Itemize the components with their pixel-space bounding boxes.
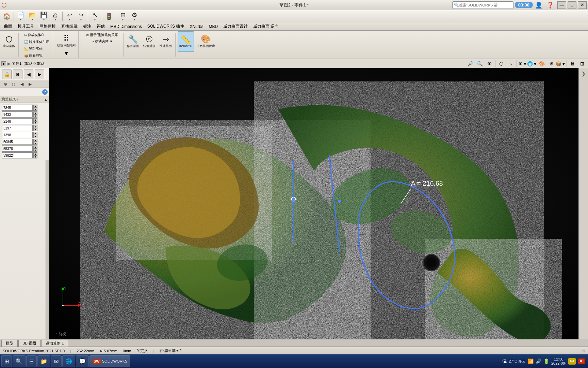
expand-panel-btn[interactable]: ⊞ bbox=[578, 60, 587, 68]
move-solid-btn[interactable]: ↔ 移动实体 ▼ bbox=[89, 38, 114, 44]
param-input-4[interactable] bbox=[2, 132, 33, 138]
hide-show-btn[interactable]: 👁▼ bbox=[518, 60, 527, 68]
spin-down-5[interactable]: ▼ bbox=[33, 142, 37, 145]
param-input-6[interactable] bbox=[2, 145, 33, 152]
viewport[interactable]: A = 216.68 Y X bbox=[49, 68, 578, 339]
show-del-geo-btn[interactable]: 👁 显示/删除几何关系 bbox=[84, 32, 119, 38]
line-arr-btn[interactable]: ⠿ 线性草图阵列 bbox=[56, 32, 77, 50]
trim-solid-btn[interactable]: ✂ 剪裁实体© bbox=[23, 32, 51, 38]
maximize-button[interactable]: □ bbox=[568, 1, 576, 9]
fm-icon1[interactable]: ⊕ bbox=[2, 81, 9, 88]
fm-icon3[interactable]: ◀ bbox=[18, 81, 25, 88]
line-arr-dropdown[interactable]: ▼ bbox=[62, 50, 70, 57]
toolbar-save-btn[interactable]: 💾▼ bbox=[38, 11, 49, 22]
toolbar-select-btn[interactable]: ↖▼ bbox=[89, 11, 100, 22]
spin-up-0[interactable]: ▲ bbox=[33, 105, 37, 108]
taskbar-mail-btn[interactable]: ✉ bbox=[51, 355, 62, 367]
spin-down-3[interactable]: ▼ bbox=[33, 128, 37, 131]
spin-down-0[interactable]: ▼ bbox=[33, 108, 37, 111]
convert-solid-btn[interactable]: 🔄 转换实体引用 bbox=[23, 39, 51, 45]
section-toggle-btn[interactable]: 构造线(C) ▲ bbox=[0, 96, 49, 103]
spin-down-7[interactable]: ▼ bbox=[33, 155, 37, 158]
left-panel-scrollbar[interactable] bbox=[46, 160, 49, 339]
instant2d-btn[interactable]: 📏 Instant2D bbox=[178, 31, 194, 52]
taskbar-sw-btn[interactable]: SW SOLIDWORKS bbox=[89, 355, 130, 367]
tab-model[interactable]: 模型 bbox=[1, 340, 18, 347]
fast-view-btn[interactable]: ⇾ 快速草图 bbox=[158, 31, 173, 52]
spin-down-1[interactable]: ▼ bbox=[33, 114, 37, 118]
view-orient-btn[interactable]: 📦▼ bbox=[556, 60, 565, 68]
menu-surface[interactable]: 曲面 bbox=[1, 23, 15, 30]
taskbar-wechat-btn[interactable]: 💬 bbox=[76, 355, 89, 367]
tab-3dview[interactable]: 3D 视图 bbox=[18, 340, 40, 347]
toolbar-print-btn[interactable]: 🖨▼ bbox=[50, 11, 61, 22]
spin-down-4[interactable]: ▼ bbox=[33, 135, 37, 138]
taskbar-taskview-btn[interactable]: ⊟ bbox=[26, 355, 37, 367]
toolbar-undo-btn[interactable]: ↩▼ bbox=[64, 11, 75, 22]
fm-icon2[interactable]: ◎ bbox=[10, 81, 17, 88]
tree-collapse-btn[interactable]: ▶ bbox=[1, 61, 6, 66]
toolbar-new-btn[interactable]: 📄▼ bbox=[15, 11, 26, 22]
toolbar-home-btn[interactable]: 🏠 bbox=[1, 11, 12, 22]
spin-up-6[interactable]: ▲ bbox=[33, 145, 37, 149]
toolbar-settings-btn[interactable]: ⚙▼ bbox=[129, 11, 140, 22]
fm-icon4[interactable]: ▶ bbox=[27, 81, 33, 88]
panel-nav-right-btn[interactable]: ▶ bbox=[35, 70, 44, 79]
param-input-0[interactable] bbox=[2, 105, 33, 111]
display-mode-btn[interactable]: 🌐▼ bbox=[528, 60, 537, 68]
spin-up-5[interactable]: ▲ bbox=[33, 139, 37, 142]
spin-up-3[interactable]: ▲ bbox=[33, 125, 37, 128]
zoom-all-btn[interactable]: 🔎 bbox=[466, 60, 475, 68]
param-input-2[interactable] bbox=[2, 118, 33, 124]
menu-power-reverse[interactable]: 威力曲面 逆向 bbox=[250, 23, 281, 30]
menu-sw-plugin[interactable]: SOLIDWORKS 插件 bbox=[145, 23, 187, 30]
taskbar-explorer-btn[interactable]: 📁 bbox=[37, 355, 50, 367]
help-question-btn[interactable]: ? bbox=[42, 89, 48, 95]
tab-motion[interactable]: 运动算例 1 bbox=[41, 340, 68, 347]
minimize-button[interactable]: — bbox=[557, 1, 566, 9]
equal-solid-btn[interactable]: 📐 等距实体 bbox=[23, 46, 51, 52]
param-input-1[interactable] bbox=[2, 111, 33, 118]
zoom-sel-btn[interactable]: 🔍 bbox=[475, 60, 484, 68]
spin-down-6[interactable]: ▼ bbox=[33, 149, 37, 152]
display-mgr-btn[interactable]: 🖥 bbox=[568, 60, 577, 68]
panel-add-btn[interactable]: ⊕ bbox=[13, 70, 22, 79]
section-btn[interactable]: ⬡ bbox=[497, 60, 506, 68]
panel-nav-left-btn[interactable]: ◀ bbox=[24, 70, 33, 79]
spin-down-2[interactable]: ▼ bbox=[33, 121, 37, 124]
menu-mbd-dim[interactable]: MBD Dimensions bbox=[108, 23, 145, 30]
spin-up-4[interactable]: ▲ bbox=[33, 132, 37, 135]
prev-view-btn[interactable]: 👁 bbox=[485, 60, 494, 68]
toolbar-grid-btn[interactable]: ⊞▼ bbox=[117, 11, 128, 22]
menu-annotation[interactable]: 标注 bbox=[80, 23, 94, 30]
toolbar-open-btn[interactable]: 📂▼ bbox=[27, 11, 38, 22]
toolbar-stoplight-btn[interactable]: 🚦 bbox=[103, 11, 114, 22]
taskbar-search-btn[interactable]: 🔍 bbox=[13, 355, 26, 367]
menu-xnurbs[interactable]: XNurbs bbox=[187, 23, 206, 30]
ime-label[interactable]: 中 bbox=[568, 358, 576, 365]
help-icon[interactable]: ❓ bbox=[546, 1, 555, 9]
param-input-3[interactable] bbox=[2, 125, 33, 131]
spin-up-7[interactable]: ▲ bbox=[33, 152, 37, 155]
surface-trim-btn[interactable]: 📦 曲面剪辑 bbox=[23, 52, 51, 59]
search-input[interactable] bbox=[459, 3, 507, 7]
menu-mold[interactable]: 模具工具 bbox=[15, 23, 37, 30]
user-icon[interactable]: 👤 bbox=[534, 1, 543, 9]
spin-up-2[interactable]: ▲ bbox=[33, 118, 37, 121]
search-box[interactable]: 🔍 bbox=[452, 1, 513, 9]
right-panel-collapse-btn[interactable]: ❯ bbox=[579, 70, 588, 78]
fast-capture-btn[interactable]: ⦾ 快速捕捉 bbox=[142, 31, 157, 52]
mirror-solid-btn[interactable]: ⬡ 镜向实体 bbox=[1, 31, 16, 52]
start-btn[interactable]: ⊞ bbox=[1, 355, 12, 367]
close-button[interactable]: ✕ bbox=[578, 1, 587, 9]
color-grass-btn[interactable]: 🎨 上色草图轮廓 bbox=[195, 31, 216, 52]
dyn-annot-btn[interactable]: ⬦ bbox=[506, 60, 515, 68]
ai-label[interactable]: Ai bbox=[578, 358, 585, 364]
appearance-btn[interactable]: 🎨 bbox=[537, 60, 546, 68]
spin-up-1[interactable]: ▲ bbox=[33, 111, 37, 114]
param-input-5[interactable] bbox=[2, 139, 33, 145]
menu-mesh[interactable]: 网格建模 bbox=[37, 23, 59, 30]
panel-lock-btn[interactable]: 🔒 bbox=[2, 70, 12, 79]
param-input-7[interactable] bbox=[2, 152, 33, 158]
menu-direct-edit[interactable]: 直接编辑 bbox=[59, 23, 80, 30]
